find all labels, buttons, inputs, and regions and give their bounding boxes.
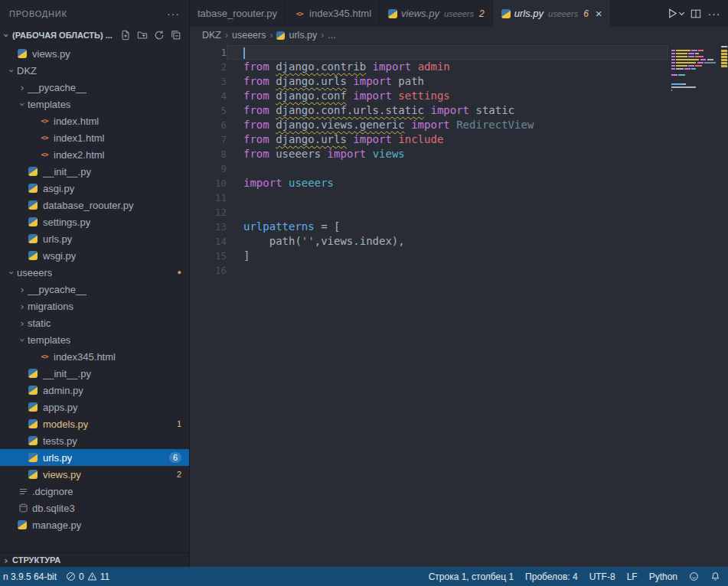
- minimap-line: [671, 80, 719, 82]
- new-folder-icon[interactable]: [135, 28, 149, 43]
- tree-item-db-sqlite3[interactable]: db.sqlite3: [0, 500, 189, 516]
- tree-item-apps-py[interactable]: apps.py: [0, 399, 189, 415]
- error-count: 0: [79, 571, 84, 582]
- html-file-icon: <>: [38, 351, 51, 362]
- ruler-warning-mark: [721, 50, 727, 52]
- feedback-icon[interactable]: [689, 571, 699, 581]
- error-icon: [66, 571, 76, 581]
- tree-item-asgi-py[interactable]: asgi.py: [0, 180, 189, 197]
- tree-item-static[interactable]: ›static: [0, 314, 189, 331]
- text-cursor: [243, 47, 245, 59]
- code-line-3[interactable]: 3from django.urls import path: [190, 74, 728, 89]
- code-token: urlpatterns: [243, 220, 315, 233]
- tree-item-database-roouter-py[interactable]: database_roouter.py: [0, 197, 189, 213]
- code-line-1[interactable]: 1: [190, 45, 728, 60]
- close-icon[interactable]: ×: [596, 8, 602, 19]
- eol-status[interactable]: LF: [627, 571, 638, 582]
- code-line-5[interactable]: 5from django.conf.urls.static import sta…: [190, 103, 728, 118]
- workspace-section-header[interactable]: › (РАБОЧАЯ ОБЛАСТЬ) ...: [0, 27, 189, 44]
- tree-item-pycache[interactable]: ›__pycache__: [0, 79, 189, 96]
- tree-item-label: index1.html: [54, 132, 104, 144]
- tree-item-views-py[interactable]: views.py2: [0, 466, 189, 483]
- code-line-7[interactable]: 7from django.urls import include: [190, 132, 728, 147]
- line-content: from django.urls import path: [227, 74, 668, 89]
- collapse-all-icon[interactable]: [168, 28, 183, 43]
- new-file-icon[interactable]: [118, 28, 132, 43]
- tree-item-wsgi-py[interactable]: wsgi.py: [0, 247, 189, 264]
- refresh-icon[interactable]: [152, 28, 166, 43]
- tree-item-dkz[interactable]: ›DKZ: [0, 62, 189, 79]
- tree-item-settings-py[interactable]: settings.py: [0, 213, 189, 230]
- code-editor[interactable]: 12from django.contrib import admin3from …: [190, 44, 728, 567]
- tree-item-urls-py[interactable]: urls.py6: [0, 449, 189, 466]
- line-number: 9: [190, 161, 227, 176]
- breadcrumb-item-dkz[interactable]: DKZ: [202, 30, 221, 41]
- more-actions-icon[interactable]: ···: [707, 5, 722, 22]
- problems-badge: 1: [177, 419, 181, 428]
- python-version-status[interactable]: n 3.9.5 64-bit: [3, 571, 57, 582]
- python-file-icon: [18, 520, 27, 529]
- line-number: 15: [190, 249, 227, 263]
- line-content: ]: [227, 249, 668, 263]
- tree-item-urls-py[interactable]: urls.py: [0, 230, 189, 247]
- explorer-title-row: ПРОВОДНИК ···: [0, 0, 189, 27]
- code-line-12[interactable]: 12: [190, 205, 728, 220]
- tree-item-templates[interactable]: ›templates: [0, 96, 189, 112]
- code-line-14[interactable]: 14 path('',views.index),: [190, 234, 728, 249]
- tree-item-index-html[interactable]: <>index.html: [0, 112, 189, 129]
- breadcrumb-item-urls-py[interactable]: urls.py: [276, 30, 317, 41]
- tab-views-py[interactable]: views.pyuseeers2: [380, 0, 493, 27]
- code-line-13[interactable]: 13urlpatterns = [: [190, 220, 728, 234]
- cursor-position-status[interactable]: Строка 1, столбец 1: [429, 571, 514, 582]
- tree-item-views-py[interactable]: views.py: [0, 45, 189, 62]
- tree-item-tests-py[interactable]: tests.py: [0, 432, 189, 449]
- html-file-icon: <>: [293, 8, 305, 19]
- code-line-10[interactable]: 10import useeers: [190, 176, 728, 190]
- indentation-status[interactable]: Пробелов: 4: [525, 571, 578, 582]
- encoding-status[interactable]: UTF-8: [589, 571, 615, 582]
- code-token: include: [398, 133, 443, 145]
- tree-item-migrations[interactable]: ›migrations: [0, 298, 189, 314]
- minimap-line: [671, 50, 719, 51]
- tree-item-index1-html[interactable]: <>index1.html: [0, 129, 189, 146]
- tree-item-label: index.html: [54, 116, 99, 127]
- tree-item-index2-html[interactable]: <>index2.html: [0, 146, 189, 163]
- breadcrumb-item-item[interactable]: ...: [328, 30, 335, 41]
- tab-urls-py[interactable]: urls.pyuseeers6×: [493, 0, 611, 27]
- code-line-15[interactable]: 15]: [190, 249, 728, 263]
- outline-section-header[interactable]: › СТРУКТУРА: [0, 552, 189, 567]
- code-line-11[interactable]: 11: [190, 190, 728, 205]
- tree-item-init-py[interactable]: __init__.py: [0, 365, 189, 382]
- code-line-4[interactable]: 4from django.conf import settings: [190, 89, 728, 103]
- minimap[interactable]: [671, 47, 719, 96]
- tree-item-init-py[interactable]: __init__.py: [0, 163, 189, 180]
- problems-status[interactable]: 0 11: [66, 571, 109, 582]
- tree-item-useeers[interactable]: ›useeers●: [0, 264, 189, 281]
- code-line-16[interactable]: 16: [190, 263, 728, 278]
- code-line-2[interactable]: 2from django.contrib import admin: [190, 60, 728, 74]
- line-number: 8: [190, 147, 227, 161]
- tab-tabase-roouter-py[interactable]: tabase_roouter.py: [190, 0, 286, 27]
- chevron-right-icon: ›: [17, 318, 28, 328]
- tree-item-templates[interactable]: ›templates: [0, 331, 189, 348]
- language-mode-status[interactable]: Python: [649, 571, 677, 582]
- python-file-icon: [28, 386, 38, 395]
- code-line-9[interactable]: 9: [190, 161, 728, 176]
- tree-item-dcignore[interactable]: .dcignore: [0, 483, 189, 500]
- tree-item-models-py[interactable]: models.py1: [0, 415, 189, 432]
- tree-item-admin-py[interactable]: admin.py: [0, 382, 189, 399]
- code-line-6[interactable]: 6from django.views.generic import Redire…: [190, 118, 728, 132]
- notifications-bell-icon[interactable]: [710, 571, 720, 581]
- explorer-more-icon[interactable]: ···: [167, 8, 180, 20]
- tree-item-index345-html[interactable]: <>index345.html: [0, 348, 189, 365]
- split-editor-button[interactable]: [688, 5, 704, 22]
- tree-item-manage-py[interactable]: manage.py: [0, 516, 189, 533]
- code-token: [269, 90, 276, 102]
- breadcrumb: DKZ›useeers›urls.py›...: [190, 27, 728, 44]
- breadcrumb-item-useeers[interactable]: useeers: [232, 30, 266, 41]
- run-button[interactable]: [667, 5, 685, 22]
- tree-item-pycache[interactable]: ›__pycache__: [0, 281, 189, 298]
- tab-index345-html[interactable]: <>index345.html: [286, 0, 380, 27]
- code-line-8[interactable]: 8from useeers import views: [190, 147, 728, 161]
- code-token: admin: [418, 60, 450, 73]
